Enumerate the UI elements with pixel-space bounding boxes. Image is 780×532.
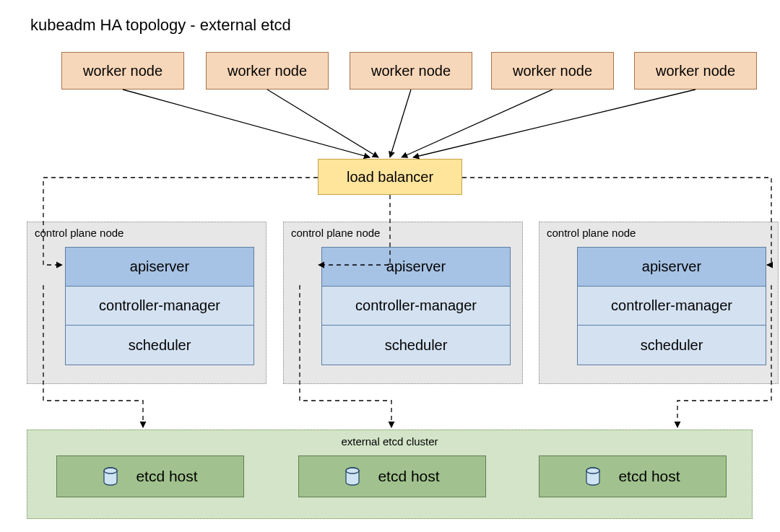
controller-label: controller-manager <box>99 297 220 314</box>
apiserver-label: apiserver <box>642 258 701 275</box>
controller-row: controller-manager <box>578 287 766 326</box>
apiserver-row: apiserver <box>322 248 510 287</box>
controller-row: controller-manager <box>66 287 254 326</box>
etcd-cluster-label: external etcd cluster <box>27 435 752 448</box>
control-plane-node: control plane node apiserver controller-… <box>283 222 523 384</box>
scheduler-row: scheduler <box>66 326 254 365</box>
worker-node: worker node <box>61 52 184 90</box>
load-balancer-label: load balancer <box>347 169 433 186</box>
database-icon <box>344 467 360 486</box>
controller-label: controller-manager <box>611 297 732 314</box>
component-stack: apiserver controller-manager scheduler <box>321 247 511 365</box>
control-plane-label: control plane node <box>35 227 124 239</box>
controller-row: controller-manager <box>322 287 510 326</box>
svg-line-6 <box>123 90 370 157</box>
worker-node-label: worker node <box>371 63 451 79</box>
etcd-host: etcd host <box>539 455 727 497</box>
scheduler-label: scheduler <box>641 337 703 354</box>
etcd-host-label: etcd host <box>378 468 439 485</box>
apiserver-label: apiserver <box>386 258 446 275</box>
apiserver-row: apiserver <box>578 248 766 287</box>
svg-line-10 <box>413 90 696 157</box>
worker-node-label: worker node <box>656 63 735 79</box>
worker-node-label: worker node <box>513 63 592 79</box>
control-plane-label: control plane node <box>291 227 380 239</box>
component-stack: apiserver controller-manager scheduler <box>65 247 254 365</box>
apiserver-label: apiserver <box>130 258 189 275</box>
etcd-host-label: etcd host <box>618 468 680 485</box>
database-icon <box>585 467 601 486</box>
worker-node: worker node <box>350 52 472 90</box>
worker-node-label: worker node <box>83 63 162 79</box>
scheduler-row: scheduler <box>322 326 510 365</box>
svg-line-7 <box>267 90 378 157</box>
database-icon <box>103 467 118 486</box>
scheduler-label: scheduler <box>385 337 448 354</box>
control-plane-node: control plane node apiserver controller-… <box>27 222 266 384</box>
controller-label: controller-manager <box>355 297 477 314</box>
svg-line-8 <box>390 90 411 157</box>
etcd-host: etcd host <box>56 455 244 497</box>
scheduler-row: scheduler <box>578 326 766 365</box>
etcd-host: etcd host <box>298 455 486 497</box>
svg-line-9 <box>402 90 552 157</box>
apiserver-row: apiserver <box>66 248 254 287</box>
worker-node-label: worker node <box>228 63 307 79</box>
etcd-host-label: etcd host <box>136 468 197 485</box>
control-plane-label: control plane node <box>547 227 636 239</box>
worker-node: worker node <box>634 52 757 90</box>
scheduler-label: scheduler <box>129 337 191 354</box>
component-stack: apiserver controller-manager scheduler <box>577 247 766 365</box>
control-plane-node: control plane node apiserver controller-… <box>539 222 779 384</box>
worker-node: worker node <box>206 52 329 90</box>
worker-node: worker node <box>491 52 614 90</box>
page-title: kubeadm HA topology - external etcd <box>30 16 291 35</box>
etcd-cluster: external etcd cluster etcd host etcd hos… <box>27 429 753 519</box>
load-balancer: load balancer <box>318 159 462 195</box>
